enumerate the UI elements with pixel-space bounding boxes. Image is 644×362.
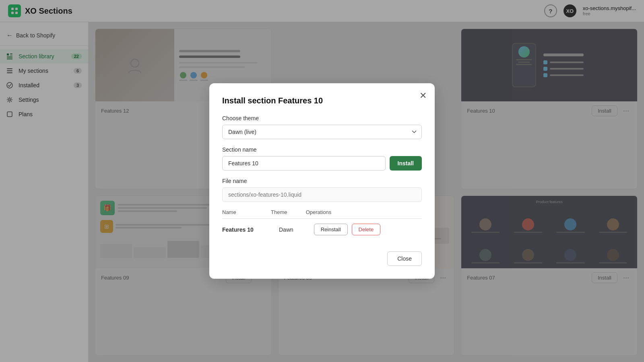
choose-theme-label: Choose theme: [222, 115, 422, 121]
modal-overlay: Install section Features 10 ✕ Choose the…: [0, 0, 644, 362]
reinstall-button[interactable]: Reinstall: [314, 224, 348, 235]
col-name: Name: [222, 209, 271, 219]
row-name: Features 10: [222, 219, 271, 241]
close-button[interactable]: Close: [387, 251, 422, 266]
col-theme: Theme: [271, 209, 306, 219]
modal-title: Install section Features 10: [222, 96, 422, 105]
section-name-group: Section name Install: [222, 146, 422, 171]
table-body: Features 10 Dawn Reinstall Delete: [222, 219, 422, 241]
section-name-row: Install: [222, 156, 422, 171]
row-theme: Dawn: [271, 219, 306, 241]
choose-theme-group: Choose theme Dawn (live): [222, 115, 422, 139]
modal-footer: Close: [222, 251, 422, 266]
section-name-input[interactable]: [222, 156, 386, 171]
install-modal: Install section Features 10 ✕ Choose the…: [209, 83, 435, 279]
table-header-row: Name Theme Operations: [222, 209, 422, 219]
table-row: Features 10 Dawn Reinstall Delete: [222, 219, 422, 241]
file-name-label: File name: [222, 178, 422, 184]
file-name-input: [222, 187, 422, 202]
theme-select[interactable]: Dawn (live): [222, 125, 422, 139]
section-name-label: Section name: [222, 146, 422, 153]
file-name-group: File name: [222, 178, 422, 202]
col-operations: Operations: [306, 209, 422, 219]
table-ops: Reinstall Delete: [314, 224, 422, 235]
install-table: Name Theme Operations Features 10 Dawn R…: [222, 209, 422, 240]
delete-button[interactable]: Delete: [352, 224, 381, 235]
modal-close-button[interactable]: ✕: [419, 91, 427, 100]
modal-install-button[interactable]: Install: [390, 156, 422, 171]
row-operations: Reinstall Delete: [306, 219, 422, 241]
table-header: Name Theme Operations: [222, 209, 422, 219]
